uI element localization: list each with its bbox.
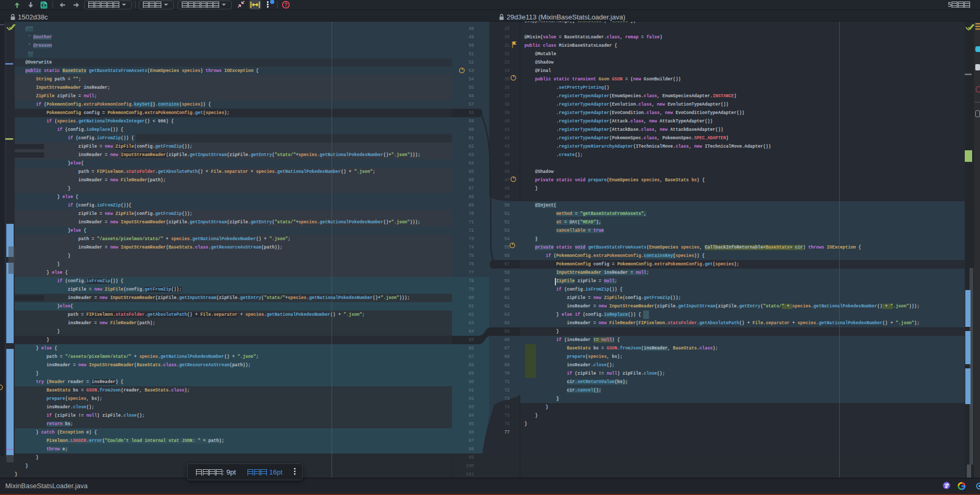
svg-text:?: ? — [284, 2, 287, 8]
